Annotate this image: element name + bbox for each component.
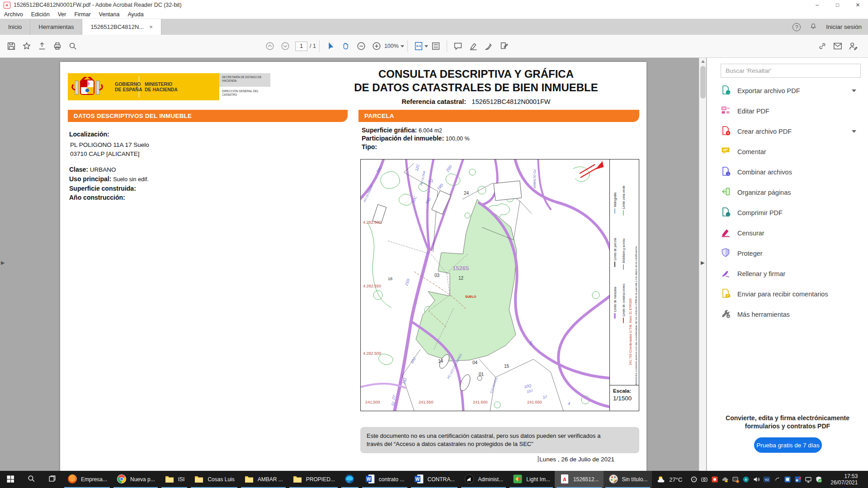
- highlight-icon[interactable]: [466, 38, 481, 54]
- tool-send[interactable]: Enviar para recibir comentarios: [707, 284, 868, 304]
- menu-firmar[interactable]: Firmar: [70, 10, 94, 19]
- chevron-down-icon[interactable]: [852, 89, 856, 92]
- link-icon[interactable]: [815, 38, 830, 54]
- svg-text:7Q: 7Q: [427, 178, 434, 184]
- tray-speaker-icon[interactable]: [753, 476, 760, 483]
- taskbar-sin-t-tulo[interactable]: Sin título...: [604, 471, 652, 488]
- tab-herramientas[interactable]: Herramientas: [30, 19, 82, 35]
- tool-combine[interactable]: ↓Combinar archivos: [707, 162, 868, 182]
- tray-shieldcheck-icon[interactable]: [815, 476, 822, 483]
- clock[interactable]: 17:53 26/07/2021: [826, 473, 862, 486]
- zoom-out-icon[interactable]: [354, 38, 369, 54]
- folder-icon: [164, 474, 175, 486]
- taskbar-contrato[interactable]: Wcontrato ...: [360, 471, 409, 488]
- legend-entry: Límite de parcela: [613, 238, 617, 267]
- taskbar-empresa[interactable]: Empresa...: [62, 471, 112, 488]
- taskbar-nueva-p[interactable]: Nueva p...: [112, 471, 160, 488]
- taskbar-administ[interactable]: Administ...: [459, 471, 508, 488]
- tray-monitor-icon[interactable]: [805, 476, 812, 483]
- menu-archivo[interactable]: Archivo: [0, 10, 27, 19]
- tool-edit[interactable]: Editar PDF: [707, 101, 868, 121]
- sign-icon[interactable]: [481, 38, 496, 54]
- taskbar-start-button[interactable]: [0, 471, 21, 488]
- taskbar-1526512[interactable]: A1526512...: [555, 471, 604, 488]
- action-center-icon[interactable]: [862, 476, 868, 483]
- taskbar-ambar[interactable]: AMBAR ...: [239, 471, 288, 488]
- legend-entry: Mobiliario y aceras: [622, 239, 625, 270]
- tool-compress[interactable]: ↔Comprimir PDF: [707, 202, 868, 223]
- zoom-level-dropdown[interactable]: 100%: [384, 43, 404, 49]
- weather-widget[interactable]: 27°C: [652, 474, 687, 484]
- taskbar-edge-button[interactable]: [340, 471, 360, 488]
- tray-bluered-icon[interactable]: [794, 476, 802, 483]
- taskbar-isi[interactable]: ISI: [160, 471, 189, 488]
- taskbar-propied[interactable]: PROPIED...: [288, 471, 340, 488]
- tool-label: Comentar: [737, 148, 766, 155]
- help-icon[interactable]: ?: [793, 23, 801, 31]
- tool-organize[interactable]: Organizar páginas: [707, 182, 868, 202]
- firefox-icon: [67, 474, 78, 486]
- page-up-icon[interactable]: [262, 38, 278, 54]
- tools-panel-toggle-icon[interactable]: ▶: [701, 260, 704, 266]
- sign-in-link[interactable]: Iniciar sesión: [826, 23, 862, 30]
- minimize-button[interactable]: –: [807, 0, 827, 10]
- tab-inicio[interactable]: Inicio: [0, 19, 30, 35]
- nav-pane-toggle-icon[interactable]: ▶: [1, 260, 5, 266]
- close-button[interactable]: ✕: [848, 0, 868, 10]
- tab-close-icon[interactable]: ×: [149, 23, 153, 30]
- menu-ver[interactable]: Ver: [54, 10, 71, 19]
- tool-export[interactable]: →Exportar archivo PDF: [707, 80, 868, 101]
- zoom-in-icon[interactable]: [369, 38, 384, 54]
- page-down-icon[interactable]: [278, 38, 293, 54]
- protect-tool-icon: [721, 248, 731, 259]
- svg-text:A: A: [563, 476, 566, 482]
- page-number-input[interactable]: [295, 42, 307, 51]
- tray-blueapp-icon[interactable]: [784, 476, 791, 483]
- taskbar-light-im[interactable]: Light Im...: [508, 471, 555, 488]
- menu-edición[interactable]: Edición: [27, 10, 54, 19]
- comment-icon[interactable]: [450, 38, 466, 54]
- print-icon[interactable]: [50, 38, 65, 54]
- tray-reddot-icon[interactable]: [711, 476, 718, 483]
- tray-eteal-icon[interactable]: e: [742, 476, 750, 483]
- tray-cloudwarn-icon[interactable]: [722, 476, 729, 483]
- share-icon[interactable]: [34, 38, 50, 54]
- taskbar-taskview-button[interactable]: [42, 471, 62, 488]
- chevron-down-icon[interactable]: [852, 130, 856, 133]
- tool-protect[interactable]: Proteger: [707, 243, 868, 263]
- tools-search-input[interactable]: [721, 64, 861, 78]
- hand-tool-icon[interactable]: [338, 38, 354, 54]
- maximize-button[interactable]: □: [827, 0, 848, 10]
- fill-sign-icon[interactable]: [496, 38, 512, 54]
- tool-comment[interactable]: Comentar: [707, 141, 868, 162]
- tray-snip-icon[interactable]: [732, 476, 739, 483]
- scroll-mode-icon[interactable]: [428, 38, 443, 54]
- star-icon[interactable]: [19, 38, 34, 54]
- tool-create[interactable]: +Crear archivo PDF: [707, 121, 868, 141]
- tray-ring-icon[interactable]: [690, 476, 698, 483]
- taskbar-search-button[interactable]: [21, 471, 42, 488]
- select-tool-icon[interactable]: [323, 38, 338, 54]
- mail-icon[interactable]: [830, 38, 845, 54]
- fit-page-icon[interactable]: [411, 38, 426, 54]
- menu-ayuda[interactable]: Ayuda: [123, 10, 147, 19]
- bell-icon[interactable]: [810, 23, 817, 31]
- svg-text:2J: 2J: [542, 394, 548, 400]
- page-total-label: / 1: [310, 43, 316, 49]
- tool-fillsign[interactable]: Rellenar y firmar: [707, 263, 868, 284]
- profile-pen-icon[interactable]: [845, 38, 861, 54]
- free-trial-button[interactable]: Prueba gratis de 7 días: [754, 437, 822, 453]
- tool-more[interactable]: +Más herramientas: [707, 304, 868, 324]
- save-icon[interactable]: [4, 38, 19, 54]
- menu-ventana[interactable]: Ventana: [95, 10, 124, 19]
- tray-dish-icon[interactable]: [774, 476, 781, 483]
- taskbar-contra[interactable]: WCONTRA...: [409, 471, 460, 488]
- tray-camera-icon[interactable]: [701, 476, 708, 483]
- taskbar-cosas-luis[interactable]: Cosas Luis: [189, 471, 239, 488]
- tray-v2-icon[interactable]: V2: [763, 476, 770, 483]
- tab-1526512bc4812n-[interactable]: 1526512BC4812N...×: [82, 19, 161, 35]
- search-icon[interactable]: [65, 38, 80, 54]
- more-tool-icon: +: [721, 309, 731, 320]
- tool-redact[interactable]: Censurar: [707, 223, 868, 243]
- svg-text:→: →: [726, 90, 730, 94]
